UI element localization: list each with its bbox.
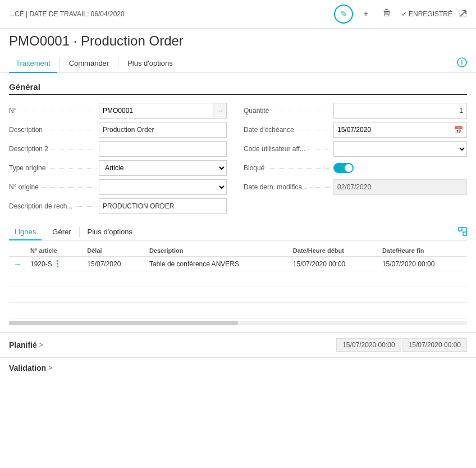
svg-rect-8 (459, 228, 462, 231)
input-numero[interactable]: ··· (99, 103, 227, 119)
row-arrow-cell: → (9, 257, 26, 271)
validation-chevron: > (48, 364, 52, 372)
tab-commander[interactable]: Commander (62, 54, 116, 73)
tab-traitement[interactable]: Traitement (9, 54, 57, 73)
label-date-modif: Date dern. modifica... (244, 183, 333, 191)
cell-date-fin: 15/07/2020 00:00 (378, 257, 467, 271)
breadcrumb: ...CÉ | DATE DE TRAVAIL: 06/04/2020 (9, 10, 327, 18)
label-description-rech: Description de rech... (9, 202, 99, 210)
scrollbar-thumb[interactable] (9, 321, 238, 325)
empty-row-1 (9, 271, 467, 287)
row-arrow-icon: → (13, 260, 21, 269)
col-date-debut: Date/Heure début (289, 245, 378, 257)
cell-date-debut: 15/07/2020 00:00 (289, 257, 378, 271)
table-row[interactable]: → 1920-S 15/07/2020 Table de conférence … (9, 257, 467, 271)
page-title: PMO0001 · Production Order (0, 29, 476, 54)
save-button[interactable]: ✓ ENREGISTRÉ (401, 10, 452, 18)
planifie-date-end: 15/07/2020 00:00 (402, 338, 467, 352)
quantite-input[interactable] (333, 103, 467, 119)
svg-rect-1 (385, 10, 388, 10)
label-code-utilisateur: Code utilisateur aff... (244, 145, 333, 153)
validation-title: Validation (9, 364, 46, 372)
expand-icon[interactable] (458, 227, 467, 238)
field-code-utilisateur: Code utilisateur aff... (244, 140, 467, 158)
tab-lignes[interactable]: Lignes (9, 224, 42, 240)
lines-section: Lignes Gérer Plus d'options N° article D… (0, 224, 476, 332)
field-date-echeance: Date d'échéance 📅 (244, 121, 467, 139)
numero-dots-btn[interactable]: ··· (213, 103, 226, 118)
top-bar: ...CÉ | DATE DE TRAVAIL: 06/04/2020 ✎ + … (0, 0, 476, 29)
export-button[interactable] (459, 10, 467, 19)
type-origine-select-wrap[interactable]: Article (99, 160, 227, 176)
type-origine-select[interactable]: Article (99, 161, 226, 175)
field-date-modif: Date dern. modifica... 02/07/2020 (244, 178, 467, 196)
field-numero: N° ··· (9, 102, 227, 120)
label-type-origine: Type origine (9, 164, 99, 172)
tab-lines-plus[interactable]: Plus d'options (82, 224, 139, 240)
main-tabs: Traitement Commander Plus d'options i (0, 54, 476, 73)
planifie-chevron: > (39, 341, 43, 349)
code-utilisateur-select-wrap[interactable] (333, 141, 467, 157)
lines-table-header: N° article Délai Description Date/Heure … (9, 245, 467, 257)
planifie-title: Planifié (9, 340, 37, 349)
add-button[interactable]: + (360, 7, 372, 21)
tab-plus-options[interactable]: Plus d'options (121, 54, 180, 73)
tab-gerer[interactable]: Gérer (47, 224, 76, 240)
validation-section[interactable]: Validation > (0, 357, 476, 378)
description-rech-input[interactable] (99, 198, 227, 214)
calendar-icon: 📅 (451, 126, 466, 134)
form-col-right: Quantité Date d'échéance 📅 Code utilisat… (238, 102, 467, 215)
label-bloque: Bloqué (244, 164, 333, 172)
form-grid: N° ··· Description Description 2 Type or… (9, 102, 467, 215)
col-arrow (9, 245, 26, 257)
col-article: N° article (26, 245, 83, 257)
bloque-toggle-container (333, 163, 354, 173)
col-description: Description (145, 245, 289, 257)
bloque-toggle[interactable] (333, 163, 354, 173)
field-description: Description (9, 121, 227, 139)
numero-input[interactable] (99, 103, 213, 118)
lines-separator-1 (44, 227, 44, 237)
lines-table: N° article Délai Description Date/Heure … (9, 245, 467, 319)
description-input[interactable] (99, 122, 227, 138)
date-echeance-input[interactable] (334, 125, 451, 135)
horizontal-scrollbar[interactable] (9, 321, 467, 325)
date-echeance-input-wrap[interactable]: 📅 (333, 122, 467, 138)
field-bloque: Bloqué (244, 159, 467, 177)
cell-article[interactable]: 1920-S (26, 257, 83, 271)
tab-separator (60, 58, 60, 69)
date-modif-value: 02/07/2020 (333, 179, 467, 195)
lines-tabs: Lignes Gérer Plus d'options (9, 224, 467, 240)
edit-button[interactable]: ✎ (334, 4, 353, 24)
field-description-rech: Description de rech... (9, 197, 227, 215)
label-description2: Description 2 (9, 145, 99, 153)
planifie-section[interactable]: Planifié > 15/07/2020 00:00 15/07/2020 0… (0, 332, 476, 357)
label-numero: N° (9, 107, 99, 115)
general-section: Général N° ··· Description Description 2… (0, 73, 476, 224)
field-quantite: Quantité (244, 102, 467, 120)
field-description2: Description 2 (9, 140, 227, 158)
lines-separator-2 (79, 227, 80, 237)
svg-rect-9 (463, 232, 466, 235)
field-numero-origine: N° origine (9, 178, 227, 196)
col-delai: Délai (83, 245, 145, 257)
delete-button[interactable] (379, 6, 395, 22)
row-dots-menu[interactable] (54, 259, 61, 269)
tab-separator-2 (118, 58, 118, 69)
numero-origine-select[interactable] (99, 180, 226, 194)
lines-table-body: → 1920-S 15/07/2020 Table de conférence … (9, 257, 467, 319)
field-type-origine: Type origine Article (9, 159, 227, 177)
planifie-dates: 15/07/2020 00:00 15/07/2020 00:00 (336, 338, 467, 352)
svg-text:i: i (461, 60, 463, 66)
description2-input[interactable] (99, 141, 227, 157)
info-icon[interactable]: i (457, 57, 467, 70)
label-quantite: Quantité (244, 107, 333, 115)
cell-delai: 15/07/2020 (83, 257, 145, 271)
general-section-title: Général (9, 82, 467, 95)
form-col-left: N° ··· Description Description 2 Type or… (9, 102, 238, 215)
empty-row-3 (9, 303, 467, 319)
numero-origine-select-wrap[interactable] (99, 179, 227, 195)
label-numero-origine: N° origine (9, 183, 99, 191)
code-utilisateur-select[interactable] (334, 142, 466, 156)
label-description: Description (9, 126, 99, 134)
